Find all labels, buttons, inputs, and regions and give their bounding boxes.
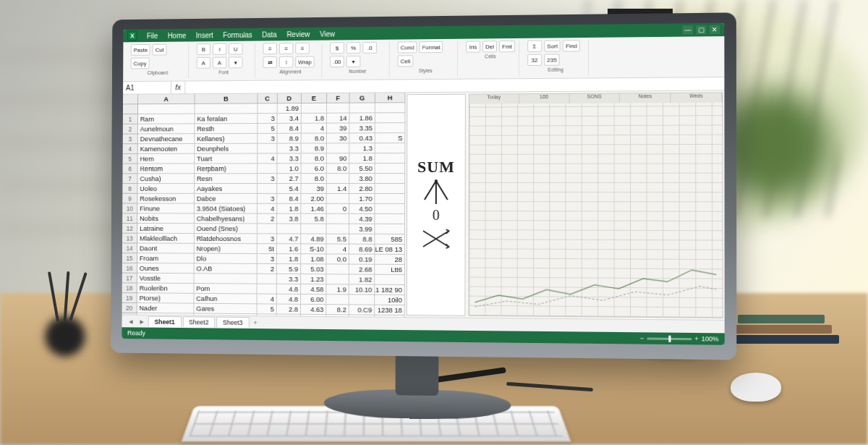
cell[interactable]: Ltt6 [375,265,405,275]
cell[interactable]: Nropen) [195,244,258,254]
cell[interactable]: 3.3 [277,274,301,284]
cell[interactable]: 28 [375,255,405,265]
cell[interactable]: 8.69 [349,245,375,255]
cell[interactable]: Finune [137,204,195,214]
ribbon-button[interactable]: Ins [466,41,480,52]
row-header[interactable]: 13 [122,234,137,244]
cell[interactable] [349,103,375,113]
cell[interactable]: 5t [258,244,277,254]
cell[interactable]: 5.8 [301,214,326,224]
column-header[interactable]: B [195,94,258,104]
cell[interactable] [375,194,406,204]
cell[interactable]: 3 [258,134,277,144]
cell[interactable] [258,184,277,194]
column-header[interactable]: C [258,93,278,103]
column-header[interactable]: F [327,93,349,103]
ribbon-button[interactable]: ▾ [346,56,361,67]
cell[interactable]: 0.43 [349,133,375,143]
cell[interactable] [327,143,349,153]
cell[interactable]: S [375,133,406,143]
menu-data[interactable]: Data [262,30,277,38]
cell[interactable]: 6.00 [301,294,326,305]
menu-home[interactable]: Home [168,31,187,39]
menu-insert[interactable]: Insert [196,31,213,39]
sheet-add-button[interactable]: + [250,318,260,328]
cell[interactable]: 4.8 [277,294,301,305]
cell[interactable]: Gares [194,304,257,315]
cell[interactable]: Aayakes [195,184,258,194]
cell[interactable]: 5.4 [277,184,301,194]
spreadsheet-grid[interactable]: ABCDEFGH1.891RamKa feralan33.41.8141.862… [122,93,406,317]
cell[interactable]: Latraine [137,224,195,234]
ribbon-button[interactable]: Fmt [499,41,515,52]
cell[interactable] [326,264,349,274]
cell[interactable]: Resth [195,124,258,134]
cell[interactable]: 1.8 [302,114,327,124]
cell[interactable]: 8.4 [277,194,301,204]
cell[interactable] [258,144,277,154]
window-minimize-button[interactable]: — [683,25,693,34]
cell[interactable]: Vosstle [137,274,195,284]
side-panel-tab[interactable]: Notes [620,93,671,103]
cell[interactable]: 2.68 [349,265,375,275]
cell[interactable]: 3.4 [278,114,302,124]
cell[interactable]: Calhun [194,294,257,305]
ribbon-button[interactable]: Wrap [295,56,314,68]
cell[interactable] [375,184,406,194]
cell[interactable] [301,224,326,234]
sheet-nav-prev[interactable]: ◄ [126,316,135,326]
cell[interactable]: Dabce [195,194,258,204]
cell[interactable]: 3 [258,194,277,204]
cell[interactable]: 0.0 [326,254,349,264]
menu-formulas[interactable]: Formulas [223,30,252,38]
cell[interactable]: 8.0 [302,174,327,184]
cell[interactable] [258,274,277,284]
cell[interactable]: Kellanes) [195,134,258,144]
cell[interactable] [375,103,406,113]
ribbon-button[interactable]: ≡ [295,43,310,54]
ribbon-button[interactable]: ≡ [279,43,294,54]
cell[interactable]: O.AB [195,263,258,274]
cell[interactable]: Daont [137,243,195,253]
cell[interactable]: 4.63 [301,305,326,315]
cell[interactable]: 1.89 [278,103,302,114]
cell[interactable] [277,224,301,234]
cell[interactable]: 3.3 [277,143,301,153]
row-header[interactable]: 2 [123,124,138,135]
row-header[interactable]: 19 [122,293,137,303]
cell[interactable]: Devnathecane [138,134,195,144]
ribbon-button[interactable]: U [229,43,242,55]
row-header[interactable]: 6 [123,164,138,174]
row-header[interactable]: 12 [122,224,137,234]
cell[interactable]: 8.0 [327,164,349,174]
cell[interactable]: 10.10 [349,284,375,294]
cell[interactable]: 4.7 [277,234,301,244]
cell[interactable]: 5.03 [301,264,326,274]
cell[interactable] [195,274,258,284]
insert-function-button[interactable]: fx [171,81,185,93]
cell[interactable]: 6.0 [302,164,327,174]
cell[interactable]: 4 [258,204,277,214]
column-header[interactable]: D [278,93,302,103]
cell[interactable] [327,174,349,184]
cell[interactable]: 3 [258,234,277,244]
cell[interactable]: 2 [258,264,277,274]
cell[interactable]: 5.9 [277,264,301,274]
cell[interactable] [302,103,327,114]
sheet-tab-2[interactable]: Sheet2 [182,316,215,327]
cell[interactable]: Cusha) [137,174,195,184]
cell[interactable] [375,174,406,184]
window-close-button[interactable]: ✕ [710,25,720,34]
column-header[interactable]: H [375,93,406,103]
cell[interactable]: 1.9 [326,284,349,294]
cell[interactable]: 3.8 [277,214,301,224]
cell[interactable]: 0.C9 [349,305,375,315]
cell[interactable]: Mlakleolllach [137,234,195,244]
sheet-tab-1[interactable]: Sheet1 [148,316,182,327]
cell[interactable]: 1.8 [349,153,375,164]
cell[interactable]: Froam [137,253,195,263]
ribbon-button[interactable]: ▾ [229,56,242,68]
cell[interactable]: 30 [327,133,349,143]
cell[interactable]: Resn [195,174,258,184]
cell[interactable]: 2 [258,214,277,224]
